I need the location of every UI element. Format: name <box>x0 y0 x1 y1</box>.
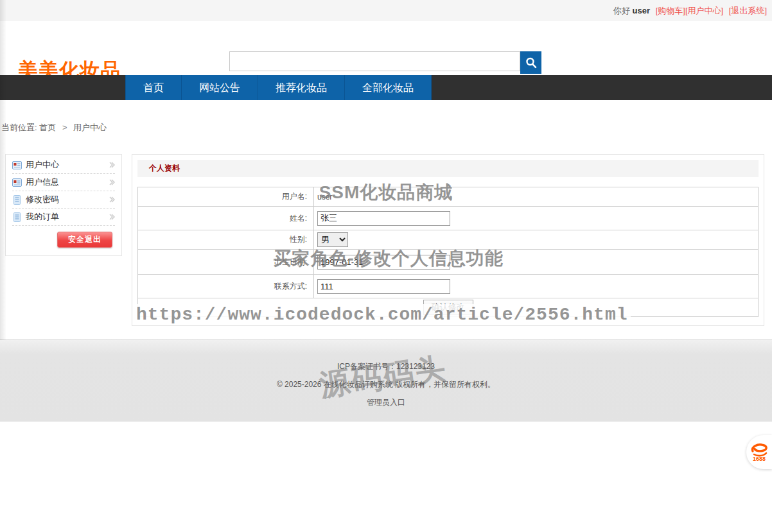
admin-entry-link[interactable]: 管理员入口 <box>367 398 405 407</box>
footer: ICP备案证书号：123123123 © 2025-2026 在线化妆品订购系统… <box>0 339 772 422</box>
user-card-icon <box>12 160 22 170</box>
nav-item-recommended[interactable]: 推荐化妆品 <box>258 75 345 100</box>
profile-form-table: 用户名: user 姓名: 性别: 男 出生日期: <box>137 187 759 317</box>
user-card-icon <box>12 178 22 187</box>
sidebar-item-change-password[interactable]: 修改密码 <box>12 191 115 209</box>
breadcrumb-home-link[interactable]: 首页 <box>39 123 56 132</box>
copyright-text: © 2025-2026 在线化妆品订购系统 版权所有，并保留所有权利。 <box>0 379 772 390</box>
page-edge-shadow <box>0 0 6 340</box>
nav-item-home[interactable]: 首页 <box>125 75 182 100</box>
breadcrumb-current: 用户中心 <box>73 123 107 132</box>
search-button[interactable] <box>520 51 541 74</box>
table-row: 出生日期: <box>138 250 759 275</box>
table-row: 确认修改 <box>138 298 759 317</box>
table-row: 用户名: user <box>138 187 759 207</box>
birthdate-field[interactable] <box>317 255 450 270</box>
badge-label: 1688 <box>753 456 766 462</box>
header: 美美化妆品 <box>0 21 772 75</box>
name-field[interactable] <box>317 211 450 226</box>
search-icon <box>525 56 538 69</box>
page: 你好 user [购物车][用户中心] [退出系统] 美美化妆品 首页 网站公告… <box>0 0 772 532</box>
table-row: 性别: 男 <box>138 230 759 250</box>
sidebar-item-user-info[interactable]: 用户信息 <box>12 174 115 191</box>
chevron-right-icon <box>109 160 115 170</box>
sidebar-item-my-orders[interactable]: 我的订单 <box>12 209 115 226</box>
table-row: 联系方式: <box>138 275 759 298</box>
profile-panel: 个人资料 用户名: user 姓名: 性别: 男 <box>132 154 764 326</box>
breadcrumb: 当前位置: 首页 > 用户中心 <box>1 122 107 133</box>
chevron-right-icon <box>109 178 115 187</box>
nav-item-announcements[interactable]: 网站公告 <box>182 75 258 100</box>
cart-link[interactable]: [购物车] <box>656 6 685 15</box>
document-icon <box>12 195 22 205</box>
sidebar-item-label: 修改密码 <box>26 194 109 205</box>
greeting-text: 你好 <box>613 6 630 15</box>
user-center-link[interactable]: [用户中心] <box>685 6 723 15</box>
sidebar-item-label: 用户中心 <box>26 159 109 171</box>
sidebar-item-user-center[interactable]: 用户中心 <box>12 157 115 174</box>
icp-text: ICP备案证书号：123123123 <box>0 361 772 372</box>
field-label: 姓名: <box>138 207 314 230</box>
panel-title: 个人资料 <box>137 160 759 177</box>
nav-item-all-products[interactable]: 全部化妆品 <box>345 75 432 100</box>
main-nav: 首页 网站公告 推荐化妆品 全部化妆品 <box>0 75 772 100</box>
nav-items: 首页 网站公告 推荐化妆品 全部化妆品 <box>125 75 772 100</box>
username-value: user <box>314 187 759 207</box>
gender-select[interactable]: 男 <box>317 232 348 247</box>
sidebar-item-label: 用户信息 <box>26 176 109 188</box>
field-label: 联系方式: <box>138 275 314 298</box>
alibaba-1688-badge[interactable]: 1688 <box>746 435 772 469</box>
breadcrumb-separator: > <box>62 123 67 132</box>
safe-logout-button[interactable]: 安全退出 <box>57 232 112 248</box>
logout-link[interactable]: [退出系统] <box>729 6 767 15</box>
topbar: 你好 user [购物车][用户中心] [退出系统] <box>0 0 772 21</box>
confirm-edit-button[interactable]: 确认修改 <box>423 300 473 315</box>
username: user <box>633 6 650 15</box>
sidebar: 用户中心 用户信息 <box>5 154 122 256</box>
breadcrumb-label: 当前位置: <box>1 123 37 132</box>
sidebar-logout-row: 安全退出 <box>12 226 115 250</box>
contact-field[interactable] <box>317 279 450 294</box>
field-label: 性别: <box>138 230 314 250</box>
search-input[interactable] <box>229 51 520 71</box>
field-label: 用户名: <box>138 187 314 207</box>
chevron-right-icon <box>109 212 115 222</box>
search-bar <box>229 51 541 74</box>
sidebar-item-label: 我的订单 <box>26 211 109 223</box>
document-icon <box>12 212 22 222</box>
chevron-right-icon <box>109 195 115 205</box>
table-row: 姓名: <box>138 207 759 230</box>
field-label: 出生日期: <box>138 250 314 275</box>
